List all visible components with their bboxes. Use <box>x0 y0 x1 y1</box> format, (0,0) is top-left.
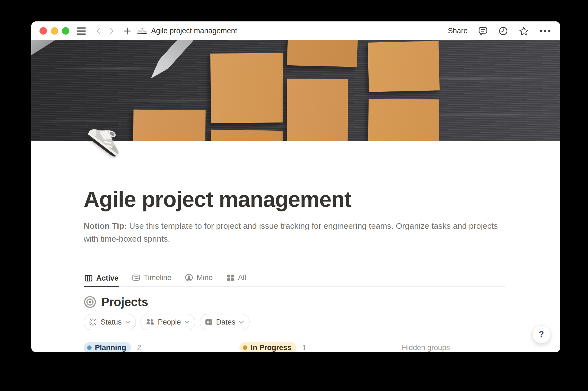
help-button[interactable]: ? <box>532 325 550 343</box>
minimize-window-button[interactable] <box>51 27 58 35</box>
window-toolbar: Agile project management Share <box>31 21 560 40</box>
group-in-progress-pill[interactable]: In Progress <box>239 342 296 352</box>
tab-mine[interactable]: Mine <box>184 273 213 286</box>
toolbar-actions: Share <box>448 26 551 36</box>
notion-window: Agile project management Share <box>31 21 560 352</box>
calendar-icon <box>205 318 213 326</box>
sticky-note <box>287 40 358 67</box>
projects-heading: Projects <box>84 295 505 309</box>
status-dot-yellow <box>243 345 247 350</box>
person-circle-icon <box>185 273 193 282</box>
hidden-groups: Hidden groups <box>402 343 450 352</box>
status-dot-blue <box>87 345 92 350</box>
people-icon <box>145 318 155 326</box>
page-cover-image <box>31 40 560 141</box>
page-title[interactable]: Agile project management <box>84 186 505 212</box>
status-burst-icon <box>89 318 97 326</box>
hidden-groups-button[interactable]: Hidden groups <box>402 343 450 352</box>
new-tab-icon[interactable] <box>123 27 131 35</box>
sticky-note <box>368 41 440 92</box>
notion-tip-text: Use this template to for project and iss… <box>84 221 498 243</box>
timeline-icon <box>132 273 140 282</box>
chevron-down-icon <box>184 320 190 324</box>
favorite-star-icon[interactable] <box>519 26 529 36</box>
group-in-progress-count: 1 <box>303 343 307 352</box>
board-group-headers: Planning 2 In Progress 1 Hidden groups <box>84 342 505 352</box>
more-ellipsis-icon[interactable] <box>539 29 551 33</box>
sticky-note <box>210 53 283 123</box>
comments-icon[interactable] <box>478 26 488 36</box>
updates-clock-icon[interactable] <box>498 26 508 36</box>
group-in-progress: In Progress 1 <box>239 342 402 352</box>
sidebar-menu-icon[interactable] <box>77 27 86 35</box>
cover-pen <box>146 40 214 83</box>
sticky-note <box>133 110 205 141</box>
chevron-down-icon <box>239 320 244 324</box>
tab-timeline[interactable]: Timeline <box>131 273 172 286</box>
notion-tip: Notion Tip: Use this template to for pro… <box>84 219 505 245</box>
board-columns-icon <box>84 274 93 283</box>
page-content: Agile project management Notion Tip: Use… <box>31 186 560 352</box>
forward-icon[interactable] <box>108 27 115 35</box>
sticky-note <box>368 99 439 141</box>
projects-title[interactable]: Projects <box>101 295 148 309</box>
filter-people[interactable]: People <box>140 314 195 330</box>
filter-dates[interactable]: Dates <box>200 314 250 330</box>
tab-active[interactable]: Active <box>84 274 119 287</box>
sticky-note <box>287 79 348 141</box>
notion-tip-label: Notion Tip: <box>84 221 127 230</box>
share-button[interactable]: Share <box>448 27 468 35</box>
target-bullseye-icon <box>84 296 96 308</box>
group-planning-count: 2 <box>137 343 141 352</box>
sticky-note <box>210 130 283 141</box>
zoom-window-button[interactable] <box>62 27 69 35</box>
page-icon-shoe-small <box>136 27 148 35</box>
grid-squares-icon <box>226 273 235 282</box>
tab-all[interactable]: All <box>225 273 247 286</box>
group-planning-pill[interactable]: Planning <box>84 342 131 352</box>
traffic-lights <box>39 27 69 35</box>
back-icon[interactable] <box>95 27 102 35</box>
chevron-down-icon <box>125 320 131 324</box>
group-planning: Planning 2 <box>84 342 239 352</box>
close-window-button[interactable] <box>39 27 47 35</box>
filter-status[interactable]: Status <box>84 314 136 330</box>
filter-chips: Status People Dates <box>84 314 505 330</box>
toolbar-page-title: Agile project management <box>151 27 237 35</box>
view-tabs: Active Timeline Mine All <box>84 273 505 287</box>
cover-object-corner <box>31 40 55 56</box>
